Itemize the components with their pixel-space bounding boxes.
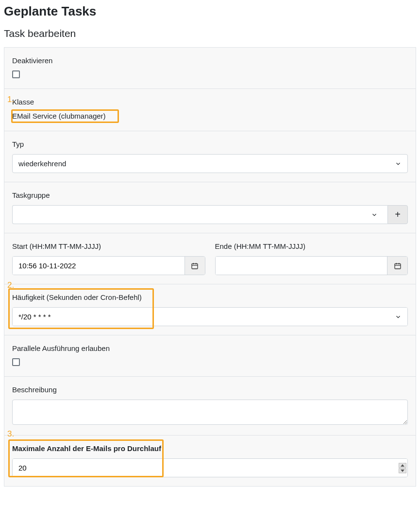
ende-input[interactable] — [216, 257, 387, 275]
field-maxemails: Maximale Anzahl der E-Mails pro Durchlau… — [4, 436, 416, 486]
spinner-up-button[interactable] — [399, 463, 406, 468]
number-spinner — [399, 463, 406, 473]
ende-datepicker-button[interactable] — [387, 257, 407, 275]
annotation-2: 2. — [7, 280, 14, 290]
frequency-label: Häufigkeit (Sekunden oder Cron-Befehl) — [12, 293, 408, 301]
annotation-1: 1. — [7, 95, 14, 105]
svg-marker-9 — [401, 470, 404, 472]
deactivate-checkbox[interactable] — [12, 70, 20, 78]
start-input[interactable] — [13, 257, 185, 275]
field-dates: Start (HH:MM TT-MM-JJJJ) Ende (HH:MM TT-… — [4, 233, 416, 284]
svg-rect-4 — [395, 263, 401, 269]
typ-select[interactable] — [12, 154, 408, 173]
spinner-down-button[interactable] — [399, 468, 406, 473]
calendar-icon — [394, 262, 402, 270]
field-klasse: 1. Klasse EMail Service (clubmanager) — [4, 89, 416, 131]
field-parallel: Parallele Ausführung erlauben — [4, 335, 416, 377]
field-typ: Typ — [4, 131, 416, 182]
maxemails-input[interactable] — [13, 459, 407, 477]
field-deactivate: Deaktivieren — [4, 48, 416, 89]
parallel-label: Parallele Ausführung erlauben — [12, 344, 408, 352]
page-subheading: Task bearbeiten — [4, 28, 416, 39]
maxemails-label: Maximale Anzahl der E-Mails pro Durchlau… — [12, 444, 408, 453]
description-textarea[interactable] — [12, 400, 408, 425]
description-label: Beschreibung — [12, 385, 408, 394]
ende-label: Ende (HH:MM TT-MM-JJJJ) — [215, 242, 408, 250]
svg-marker-8 — [401, 464, 404, 467]
annotation-3: 3. — [7, 429, 14, 439]
field-description: Beschreibung 3. — [4, 377, 416, 436]
taskgruppe-add-button[interactable]: + — [387, 205, 408, 224]
plus-icon: + — [395, 209, 401, 220]
field-taskgruppe: Taskgruppe + — [4, 182, 416, 233]
svg-rect-0 — [192, 263, 198, 269]
taskgruppe-label: Taskgruppe — [12, 191, 408, 199]
frequency-input-wrap[interactable] — [12, 307, 408, 326]
taskgruppe-select[interactable] — [12, 205, 387, 224]
typ-select-value[interactable] — [13, 155, 407, 173]
task-form: Deaktivieren 1. Klasse EMail Service (cl… — [4, 47, 416, 487]
taskgruppe-select-value[interactable] — [13, 206, 387, 224]
calendar-icon — [191, 262, 199, 270]
parallel-checkbox[interactable] — [12, 358, 20, 366]
deactivate-label: Deaktivieren — [12, 56, 408, 65]
klasse-label: Klasse — [12, 98, 408, 106]
start-datepicker-button[interactable] — [185, 257, 205, 275]
typ-label: Typ — [12, 140, 408, 148]
field-end: Ende (HH:MM TT-MM-JJJJ) — [215, 242, 408, 275]
page-heading: Geplante Tasks — [4, 4, 416, 19]
field-start: Start (HH:MM TT-MM-JJJJ) — [12, 242, 205, 275]
start-label: Start (HH:MM TT-MM-JJJJ) — [12, 242, 205, 250]
frequency-input[interactable] — [13, 308, 407, 326]
klasse-value: EMail Service (clubmanager) — [12, 112, 106, 120]
field-frequency: 2. Häufigkeit (Sekunden oder Cron-Befehl… — [4, 284, 416, 335]
